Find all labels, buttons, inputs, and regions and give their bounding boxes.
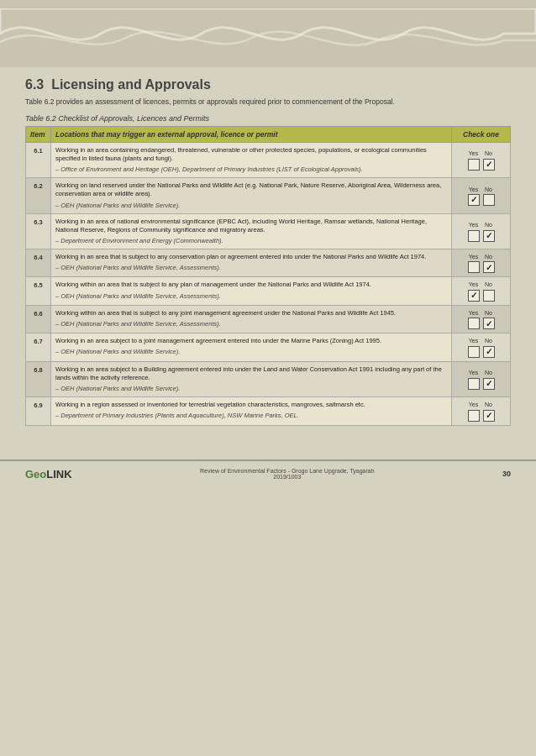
header-wave: [0, 0, 536, 67]
row-check-boxes: YesNo: [452, 277, 511, 305]
yes-checkbox[interactable]: [468, 410, 480, 422]
no-label: No: [485, 401, 492, 408]
yes-label: Yes: [469, 309, 478, 317]
yes-label: Yes: [469, 337, 478, 344]
row-description: Working on land reserved under the Natio…: [51, 178, 452, 213]
row-check-boxes: YesNo: [452, 213, 511, 249]
no-label: No: [485, 281, 492, 288]
footer-doc-info: Review of Environmental Factors - Grogo …: [72, 468, 502, 480]
row-check-boxes: YesNo: [452, 305, 511, 333]
no-checkbox[interactable]: [483, 230, 495, 242]
yes-checkbox[interactable]: [468, 261, 480, 273]
yes-checkbox[interactable]: [468, 159, 480, 171]
row-item-num: 6.5: [26, 277, 51, 305]
col-header-item: Item: [26, 126, 51, 142]
row-item-num: 6.9: [26, 397, 51, 425]
no-label: No: [485, 221, 492, 228]
no-checkbox[interactable]: [483, 261, 495, 273]
yes-checkbox[interactable]: [468, 230, 480, 242]
yes-check-item: Yes: [468, 253, 480, 273]
section-title: 6.3 Licensing and Approvals: [25, 77, 511, 92]
table-row: 6.9Working in a region assessed or inven…: [26, 397, 511, 425]
no-check-item: No: [483, 337, 495, 357]
table-row: 6.8Working in an area subject to a Build…: [26, 361, 511, 396]
row-item-num: 6.4: [26, 249, 51, 277]
no-checkbox[interactable]: [483, 290, 495, 302]
row-check-boxes: YesNo: [452, 361, 511, 396]
yes-check-item: Yes: [468, 150, 480, 170]
yes-label: Yes: [469, 369, 478, 376]
yes-label: Yes: [469, 150, 478, 157]
no-check-item: No: [483, 150, 495, 170]
row-item-num: 6.2: [26, 178, 51, 213]
yes-label: Yes: [469, 281, 478, 288]
no-label: No: [485, 150, 492, 157]
no-checkbox[interactable]: [483, 346, 495, 358]
table-row: 6.7Working in an area subject to a joint…: [26, 333, 511, 361]
row-check-boxes: YesNo: [452, 178, 511, 213]
no-check-item: No: [483, 309, 495, 329]
footer-logo: GeoLINK: [25, 468, 72, 480]
no-check-item: No: [483, 186, 495, 206]
yes-checkbox[interactable]: [468, 194, 480, 206]
no-check-item: No: [483, 281, 495, 301]
row-check-boxes: YesNo: [452, 142, 511, 177]
row-check-boxes: YesNo: [452, 333, 511, 361]
table-row: 6.3Working in an area of national enviro…: [26, 213, 511, 249]
yes-label: Yes: [469, 186, 478, 193]
table-label: Table 6.2 Checklist of Approvals, Licenc…: [25, 114, 511, 123]
table-row: 6.2Working on land reserved under the Na…: [26, 178, 511, 213]
row-description: Working within an area that is subject t…: [51, 305, 452, 333]
yes-label: Yes: [469, 253, 478, 260]
footer-logo-text: GeoLINK: [25, 468, 72, 480]
yes-label: Yes: [469, 221, 478, 228]
row-item-num: 6.1: [26, 142, 51, 177]
yes-checkbox[interactable]: [468, 290, 480, 302]
page-content: 6.3 Licensing and Approvals Table 6.2 pr…: [0, 67, 536, 451]
no-checkbox[interactable]: [483, 194, 495, 206]
yes-check-item: Yes: [468, 281, 480, 301]
no-checkbox[interactable]: [483, 378, 495, 390]
row-item-num: 6.7: [26, 333, 51, 361]
no-label: No: [485, 309, 492, 317]
yes-check-item: Yes: [468, 309, 480, 329]
no-checkbox[interactable]: [483, 410, 495, 422]
yes-label: Yes: [469, 401, 478, 408]
no-checkbox[interactable]: [483, 318, 495, 329]
row-description: Working in a region assessed or inventor…: [51, 397, 452, 425]
approval-table: Item Locations that may trigger an exter…: [25, 126, 511, 426]
row-description: Working in an area of national environme…: [51, 213, 452, 249]
no-label: No: [485, 337, 492, 344]
yes-check-item: Yes: [468, 337, 480, 357]
row-description: Working in an area subject to a joint ma…: [51, 333, 452, 361]
row-check-boxes: YesNo: [452, 397, 511, 425]
row-description: Working in an area containing endangered…: [51, 142, 452, 177]
yes-check-item: Yes: [468, 369, 480, 389]
row-description: Working within an area that is subject t…: [51, 277, 452, 305]
table-row: 6.6Working within an area that is subjec…: [26, 305, 511, 333]
section-description: Table 6.2 provides an assessment of lice…: [25, 97, 511, 108]
col-header-description: Locations that may trigger an external a…: [51, 126, 452, 142]
no-check-item: No: [483, 369, 495, 389]
no-label: No: [485, 369, 492, 376]
yes-checkbox[interactable]: [468, 318, 480, 329]
yes-checkbox[interactable]: [468, 346, 480, 358]
row-check-boxes: YesNo: [452, 249, 511, 277]
yes-check-item: Yes: [468, 221, 480, 241]
no-check-item: No: [483, 221, 495, 241]
col-header-check: Check one: [452, 126, 511, 142]
yes-check-item: Yes: [468, 186, 480, 206]
no-checkbox[interactable]: [483, 159, 495, 171]
footer-page-number: 30: [502, 470, 511, 478]
row-description: Working in an area that is subject to an…: [51, 249, 452, 277]
wave-svg: [0, 8, 536, 59]
no-label: No: [485, 253, 492, 260]
yes-checkbox[interactable]: [468, 378, 480, 390]
table-row: 6.1Working in an area containing endange…: [26, 142, 511, 177]
no-check-item: No: [483, 253, 495, 273]
row-description: Working in an area subject to a Building…: [51, 361, 452, 396]
table-row: 6.5Working within an area that is subjec…: [26, 277, 511, 305]
no-label: No: [485, 186, 492, 193]
row-item-num: 6.6: [26, 305, 51, 333]
table-row: 6.4Working in an area that is subject to…: [26, 249, 511, 277]
